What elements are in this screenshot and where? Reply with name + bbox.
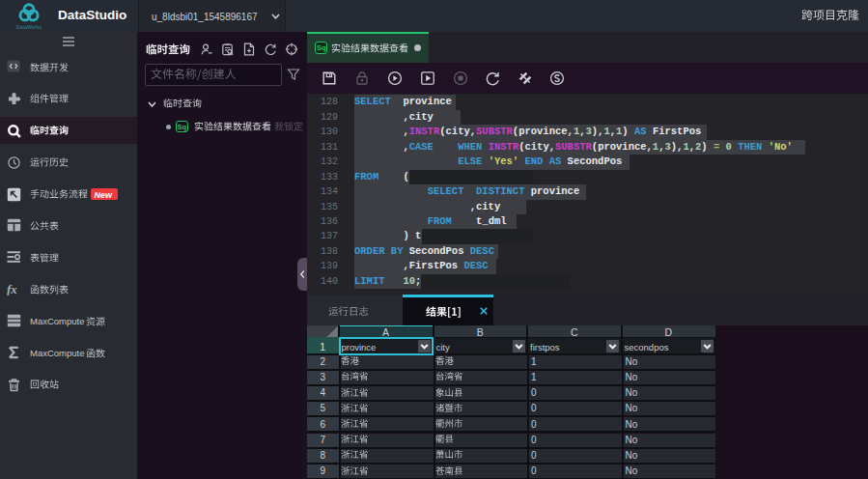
svg-text:fx: fx <box>7 282 17 296</box>
